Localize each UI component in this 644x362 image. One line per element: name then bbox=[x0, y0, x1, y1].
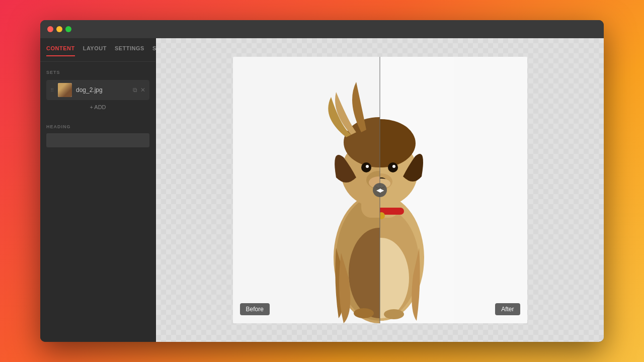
traffic-lights bbox=[47, 26, 71, 32]
app-window: CONTENT LAYOUT SETTINGS STYLE SETS ⠿ dog… bbox=[40, 20, 604, 342]
before-panel bbox=[233, 57, 380, 323]
tab-settings[interactable]: SETTINGS bbox=[115, 45, 144, 56]
dog-after-image bbox=[380, 57, 527, 323]
thumbnail-dog-image bbox=[58, 83, 72, 97]
sets-section: SETS ⠿ dog_2.jpg ⧉ ✕ + ADD bbox=[40, 62, 155, 118]
divider-arrows-icon: ◀▶ bbox=[376, 187, 383, 194]
sets-item[interactable]: ⠿ dog_2.jpg ⧉ ✕ bbox=[46, 80, 149, 100]
after-panel bbox=[380, 57, 527, 323]
svg-point-9 bbox=[366, 165, 369, 168]
after-label: After bbox=[495, 303, 520, 315]
before-label: Before bbox=[240, 303, 270, 315]
sets-item-actions: ⧉ ✕ bbox=[133, 86, 145, 94]
app-body: CONTENT LAYOUT SETTINGS STYLE SETS ⠿ dog… bbox=[40, 38, 604, 342]
duplicate-icon[interactable]: ⧉ bbox=[133, 86, 137, 94]
dog-before-image bbox=[233, 57, 380, 323]
svg-point-34 bbox=[384, 309, 404, 319]
main-content: ◀▶ Before After bbox=[156, 38, 604, 342]
add-button[interactable]: + ADD bbox=[46, 100, 149, 114]
drag-handle-icon[interactable]: ⠿ bbox=[50, 87, 54, 93]
delete-icon[interactable]: ✕ bbox=[140, 86, 145, 94]
minimize-button[interactable] bbox=[56, 26, 62, 32]
tab-layout[interactable]: LAYOUT bbox=[83, 45, 107, 56]
divider-handle[interactable]: ◀▶ bbox=[373, 183, 387, 197]
sidebar: CONTENT LAYOUT SETTINGS STYLE SETS ⠿ dog… bbox=[40, 38, 156, 342]
close-button[interactable] bbox=[47, 26, 53, 32]
title-bar bbox=[40, 20, 604, 38]
tab-content[interactable]: CONTENT bbox=[46, 45, 75, 56]
svg-point-29 bbox=[392, 165, 395, 168]
heading-label: HEADING bbox=[46, 124, 149, 129]
sidebar-tabs: CONTENT LAYOUT SETTINGS STYLE bbox=[40, 38, 155, 62]
heading-section: HEADING bbox=[40, 118, 155, 153]
heading-input[interactable] bbox=[46, 133, 149, 147]
svg-point-15 bbox=[354, 308, 374, 318]
maximize-button[interactable] bbox=[65, 26, 71, 32]
item-thumbnail bbox=[58, 83, 72, 97]
sets-label: SETS bbox=[46, 70, 149, 75]
comparison-container: ◀▶ Before After bbox=[233, 57, 527, 323]
sets-item-filename: dog_2.jpg bbox=[76, 86, 129, 94]
